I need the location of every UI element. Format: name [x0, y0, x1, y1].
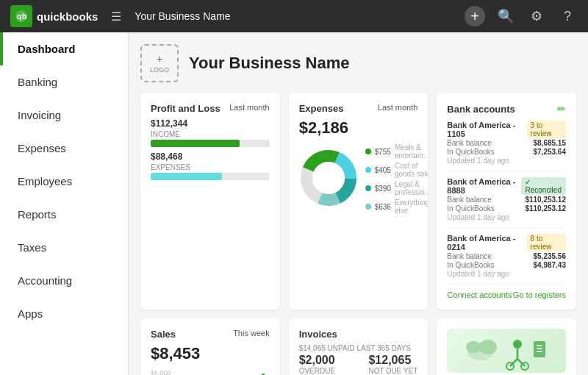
- legend-label-3: Legal & professio...: [395, 180, 428, 196]
- sales-total: $8,453: [151, 344, 270, 363]
- svg-rect-22: [534, 341, 545, 357]
- bank-account-1: Bank of America - 1105 3 to review Bank …: [447, 121, 566, 171]
- bank-acc-1-updated: Updated 1 day ago: [447, 157, 566, 165]
- invoices-notdue-tag: NOT DUE YET: [368, 367, 417, 375]
- income-bar: [151, 140, 270, 147]
- bank-acc-3-qb: In QuickBooks $4,987.43: [447, 261, 566, 269]
- expenses-value: $88,468: [151, 151, 270, 162]
- bank-title: Bank accounts: [447, 104, 514, 115]
- svg-text:qb: qb: [17, 12, 27, 21]
- invoices-overdue-amount: $2,000: [299, 354, 335, 367]
- sidebar-item-banking[interactable]: Banking: [0, 65, 128, 99]
- legend-item-2: $405 Cost of goods sold: [365, 162, 429, 178]
- sales-filter[interactable]: This week: [233, 329, 270, 338]
- bank-acc-2-updated: Updated 1 day ago: [447, 213, 566, 221]
- pnl-rows: $112,344 INCOME $88,468 EXPENSES: [151, 118, 270, 180]
- bank-acc-2-qb: In QuickBooks $110,253.12: [447, 204, 566, 213]
- donut-chart: [299, 149, 358, 210]
- go-to-registers-link[interactable]: Go to registers: [513, 290, 566, 299]
- business-header: + LOGO Your Business Name: [140, 44, 576, 82]
- bank-acc-1-badge[interactable]: 3 to review: [527, 121, 566, 138]
- legend-val-3: $390: [375, 185, 391, 193]
- invoices-header: Invoices: [299, 329, 418, 340]
- hamburger-icon[interactable]: ☰: [111, 10, 121, 24]
- bank-account-2: Bank of America - 8888 ✓ Reconciled Bank…: [447, 177, 566, 228]
- bank-acc-1-balance: Bank balance $8,685.15: [447, 139, 566, 147]
- sidebar-item-taxes[interactable]: Taxes: [0, 231, 128, 264]
- connect-accounts-link[interactable]: Connect accounts: [447, 290, 512, 299]
- content-area: + LOGO Your Business Name Profit and Los…: [129, 32, 588, 375]
- sidebar-item-reports[interactable]: Reports: [0, 198, 128, 231]
- legend-item-3: $390 Legal & professio...: [365, 180, 429, 196]
- bank-acc-3-name: Bank of America - 0214: [447, 234, 526, 251]
- help-icon[interactable]: ?: [557, 6, 578, 26]
- expenses-bar-fill: [151, 173, 222, 180]
- legend-dot-3: [365, 185, 371, 191]
- svg-point-15: [466, 341, 481, 353]
- invoices-unpaid-label: $14,065 UNPAID LAST 365 DAYS: [299, 344, 418, 352]
- profit-loss-card: Profit and Loss Last month $112,344 INCO…: [140, 93, 280, 310]
- qb-logo-text: quickbooks: [37, 10, 98, 23]
- search-icon[interactable]: 🔍: [495, 6, 516, 26]
- expenses-title: Expenses: [299, 103, 344, 114]
- sidebar-item-dashboard[interactable]: Dashboard: [0, 32, 128, 65]
- bank-acc-2-name: Bank of America - 8888: [447, 177, 521, 195]
- sidebar-item-invoicing[interactable]: Invoicing: [0, 99, 128, 132]
- bank-acc-3-updated: Updated 1 day ago: [447, 270, 566, 278]
- sales-title: Sales: [151, 329, 176, 340]
- sidebar-item-employees[interactable]: Employees: [0, 165, 128, 198]
- invoices-notdue-amount: $12,065: [368, 354, 417, 367]
- expenses-filter[interactable]: Last month: [378, 103, 417, 112]
- add-icon[interactable]: +: [465, 6, 485, 26]
- bank-acc-2-balance: Bank balance $110,253.12: [447, 196, 566, 204]
- expenses-label: EXPENSES: [151, 163, 270, 171]
- qb-logo-icon: qb: [10, 5, 32, 27]
- profit-loss-filter[interactable]: Last month: [229, 103, 269, 112]
- sales-chart: $6,000 $4,000 $2,000 $0 Sun Mon Tue Wed …: [151, 369, 270, 375]
- logo-label: LOGO: [150, 66, 169, 74]
- bank-edit-icon[interactable]: ✏: [557, 103, 566, 115]
- bank-acc-1-qb: In QuickBooks $7,253.64: [447, 148, 566, 156]
- nav-business-name: Your Business Name: [135, 10, 230, 22]
- legend-item-1: $755 Meals & entertain...: [365, 143, 429, 160]
- bank-header: Bank accounts ✏: [447, 103, 566, 115]
- bank-acc-2-badge[interactable]: ✓ Reconciled: [521, 177, 566, 195]
- cards-grid: Profit and Loss Last month $112,344 INCO…: [140, 93, 576, 375]
- donut-legend: $755 Meals & entertain... $405 Cost of g…: [365, 143, 429, 215]
- business-name-heading: Your Business Name: [189, 54, 349, 73]
- expenses-header: Expenses Last month: [299, 103, 418, 114]
- profit-loss-title: Profit and Loss: [151, 103, 220, 114]
- legend-item-4: $636 Everything else: [365, 199, 429, 215]
- tips-card: Break free from the desk Snap photos of …: [437, 318, 576, 375]
- bank-account-3: Bank of America - 0214 8 to review Bank …: [447, 234, 566, 285]
- bank-footer: Connect accounts Go to registers: [447, 290, 566, 299]
- qb-logo: qb quickbooks: [10, 5, 98, 27]
- invoices-card: Invoices $14,065 UNPAID LAST 365 DAYS $2…: [289, 318, 429, 375]
- bank-acc-3-balance: Bank balance $5,235.56: [447, 252, 566, 260]
- sidebar-item-accounting[interactable]: Accounting: [0, 264, 128, 297]
- pnl-expenses-row: $88,468 EXPENSES: [151, 151, 270, 180]
- sidebar-item-apps[interactable]: Apps: [0, 297, 128, 330]
- settings-icon[interactable]: ⚙: [526, 6, 547, 26]
- bank-accounts-card: Bank accounts ✏ Bank of America - 1105 3…: [437, 93, 576, 310]
- top-nav: qb quickbooks ☰ Your Business Name + 🔍 ⚙…: [0, 0, 588, 32]
- main-layout: Dashboard Banking Invoicing Expenses Emp…: [0, 32, 588, 375]
- expenses-bar: [151, 173, 270, 180]
- legend-label-4: Everything else: [395, 199, 428, 215]
- svg-point-7: [312, 162, 345, 194]
- bank-acc-3-badge[interactable]: 8 to review: [527, 234, 566, 251]
- legend-dot-2: [365, 167, 371, 173]
- bank-acc-1-name: Bank of America - 1105: [447, 121, 526, 138]
- invoices-overdue-row: $2,000 OVERDUE $12,065 NOT DUE YET: [299, 354, 418, 375]
- expenses-layout: $755 Meals & entertain... $405 Cost of g…: [299, 143, 418, 215]
- legend-val-4: $636: [375, 203, 391, 211]
- income-label: INCOME: [151, 130, 270, 138]
- svg-point-16: [513, 340, 522, 349]
- tips-illustration: [447, 329, 566, 373]
- svg-point-14: [479, 340, 497, 354]
- business-logo[interactable]: + LOGO: [140, 44, 179, 82]
- profit-loss-header: Profit and Loss Last month: [151, 103, 270, 114]
- sidebar-item-expenses[interactable]: Expenses: [0, 132, 128, 165]
- legend-val-1: $755: [375, 148, 391, 156]
- income-bar-fill: [151, 140, 240, 147]
